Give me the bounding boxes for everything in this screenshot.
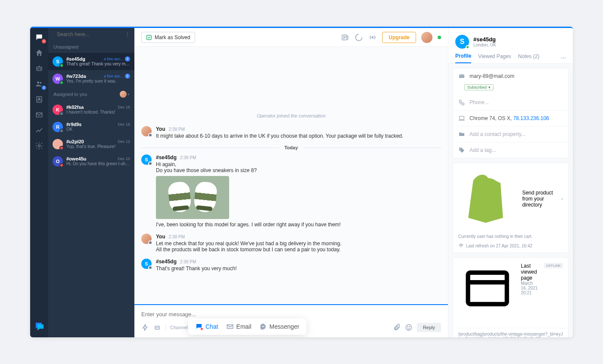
tab-viewed-pages[interactable]: Viewed Pages xyxy=(478,53,511,63)
details-panel: S #se45dgLondon, UK Profile Viewed Pages… xyxy=(448,28,573,337)
last-page-label: Last viewed page xyxy=(521,263,540,281)
message-input[interactable] xyxy=(141,311,441,318)
browser-info: Chrome 74, OS X, 78.133.236.106 xyxy=(469,115,549,121)
subscribed-badge[interactable]: Subscribed ▾ xyxy=(464,84,494,90)
shopify-card: Send product from your directory› Curren… xyxy=(453,163,569,253)
chat-message: S#se45dg2:38 PMHi again,Do you have thos… xyxy=(141,154,441,228)
chat-badge: 2 xyxy=(42,39,46,43)
channel-chat[interactable]: Chat xyxy=(195,323,218,330)
refresh-icon[interactable] xyxy=(458,243,463,248)
refresh-text: Last refresh on 27 Apr 2021, 16:42 xyxy=(466,244,532,248)
bot-reply-icon[interactable] xyxy=(153,324,161,331)
analytics-icon[interactable] xyxy=(35,126,44,135)
svg-rect-21 xyxy=(460,116,464,119)
conversation-item[interactable]: O #owe45uDec 10 Hi. Do you have this gre… xyxy=(48,153,134,170)
chat-messages: Operator joined the conversation You2:38… xyxy=(134,47,448,304)
chat-message: You2:38 PMIt might take about 6-10 days … xyxy=(141,126,441,139)
chevron-down-icon[interactable]: ▾ xyxy=(127,93,129,96)
search-bar: ⋮ xyxy=(48,28,134,41)
contacts-icon[interactable]: 2 xyxy=(35,80,44,88)
svg-point-12 xyxy=(372,37,373,38)
chat-tab-icon[interactable]: 2 xyxy=(35,33,44,42)
svg-rect-23 xyxy=(468,273,507,304)
page-icon xyxy=(458,263,516,322)
settings-icon[interactable] xyxy=(35,142,44,150)
chat-message: S#se45dg2:38 PMThat's great! Thank you v… xyxy=(141,259,441,271)
tabs-more-icon[interactable]: ⋯ xyxy=(561,55,566,61)
product-image xyxy=(156,176,229,219)
last-page-ts: March 16, 2021 20:21 xyxy=(521,281,540,295)
upgrade-button[interactable]: Upgrade xyxy=(382,32,416,43)
conversation-item[interactable]: K #k02fsaDec 16 I haven't noticed. Thank… xyxy=(48,101,134,118)
conversation-item[interactable]: W #w723daa few sec...2 Yes, I'm pretty s… xyxy=(48,70,134,87)
search-icon xyxy=(53,31,53,37)
chat-icon xyxy=(195,323,203,330)
user-avatar[interactable] xyxy=(421,32,432,43)
brand-logo-icon xyxy=(34,321,44,331)
loading-icon[interactable] xyxy=(354,33,363,42)
conversation-list: ⋮ Unassigned S #se45dga few sec...2 That… xyxy=(48,28,134,337)
reply-button[interactable]: Reply xyxy=(417,323,441,332)
composer: Channel: Reply Chat Email Messenger xyxy=(134,304,448,337)
phone-placeholder[interactable]: Phone... xyxy=(469,99,489,105)
system-message: Operator joined the conversation xyxy=(141,113,441,118)
bot-icon[interactable] xyxy=(35,64,44,73)
svg-point-4 xyxy=(40,82,41,83)
app-window: 2 2 ⋮ Unassigned S #se45dga few sec...2 … xyxy=(30,27,573,337)
contacts-badge: 2 xyxy=(42,86,46,90)
chat-message: You2:38 PMLet me check that for you real… xyxy=(141,234,441,253)
newspaper-icon[interactable] xyxy=(341,33,349,42)
add-tag[interactable]: Add a tag... xyxy=(469,147,496,153)
svg-point-8 xyxy=(38,145,40,147)
conversation-item[interactable]: R #r9d9sDec 16 OK xyxy=(48,118,134,136)
broadcast-icon[interactable] xyxy=(368,33,377,42)
attachment-icon[interactable] xyxy=(393,324,401,331)
visitor-name: #se45dg xyxy=(473,36,496,43)
svg-rect-19 xyxy=(227,325,233,329)
svg-point-17 xyxy=(407,327,408,327)
offline-badge: OFFLINE xyxy=(544,263,563,268)
svg-point-9 xyxy=(53,34,53,34)
svg-point-1 xyxy=(38,68,39,69)
svg-point-6 xyxy=(38,98,40,99)
lightning-icon[interactable] xyxy=(141,324,149,331)
tab-notes[interactable]: Notes (2) xyxy=(518,53,539,63)
check-icon xyxy=(146,34,152,40)
visitor-location: London, UK xyxy=(473,43,496,47)
folder-icon xyxy=(458,131,465,138)
channel-label: Channel: xyxy=(165,325,189,330)
laptop-icon xyxy=(458,115,465,122)
tab-profile[interactable]: Profile xyxy=(455,53,471,63)
mail-icon[interactable] xyxy=(35,111,44,119)
section-assigned: Assigned to you▾ xyxy=(48,87,134,101)
svg-point-18 xyxy=(409,327,410,327)
channel-popover: Chat Email Messenger xyxy=(188,318,306,335)
search-input[interactable] xyxy=(57,31,121,37)
svg-point-16 xyxy=(406,324,412,330)
section-unassigned: Unassigned xyxy=(48,41,134,53)
home-icon[interactable] xyxy=(35,49,44,57)
channel-messenger[interactable]: Messenger xyxy=(259,323,299,330)
shopify-icon xyxy=(458,168,518,229)
icon-rail: 2 2 xyxy=(30,28,48,337)
date-divider: Today xyxy=(141,145,441,150)
mark-solved-button[interactable]: Mark as Solved xyxy=(141,32,195,43)
svg-point-22 xyxy=(460,148,461,149)
emoji-icon[interactable] xyxy=(405,324,413,331)
last-viewed-card: Last viewed pageMarch 16, 2021 20:21OFFL… xyxy=(453,257,569,337)
send-product[interactable]: Send product from your directory› xyxy=(453,163,568,234)
profile-card: mary-89@mail.com Subscribed ▾ Phone... C… xyxy=(453,68,569,158)
mail-icon xyxy=(458,73,465,80)
address-book-icon[interactable] xyxy=(35,95,44,104)
assignee-avatar xyxy=(120,91,127,98)
svg-point-3 xyxy=(37,81,39,83)
conversation-item[interactable]: S #se45dga few sec...2 That's great! Tha… xyxy=(48,53,134,70)
svg-point-15 xyxy=(158,327,159,328)
channel-email[interactable]: Email xyxy=(226,323,252,330)
conversation-item[interactable]: #u2pl20Dec 12 Yup, that's true. Pleasure… xyxy=(48,136,134,153)
add-property[interactable]: Add a contact property... xyxy=(469,131,525,137)
svg-point-2 xyxy=(40,68,41,69)
chevron-right-icon: › xyxy=(561,196,563,202)
chat-panel: Mark as Solved Upgrade Operator joined t… xyxy=(134,28,448,337)
search-more-icon[interactable]: ⋮ xyxy=(125,31,130,37)
